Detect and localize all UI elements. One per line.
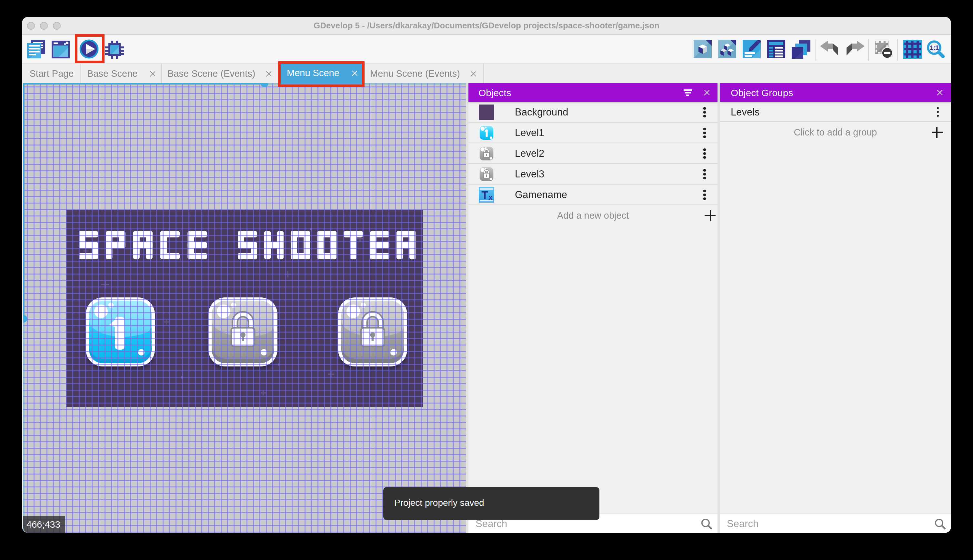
svg-text:T: T bbox=[482, 189, 488, 201]
svg-text:x: x bbox=[489, 193, 493, 201]
svg-text:1:1: 1:1 bbox=[930, 44, 939, 51]
